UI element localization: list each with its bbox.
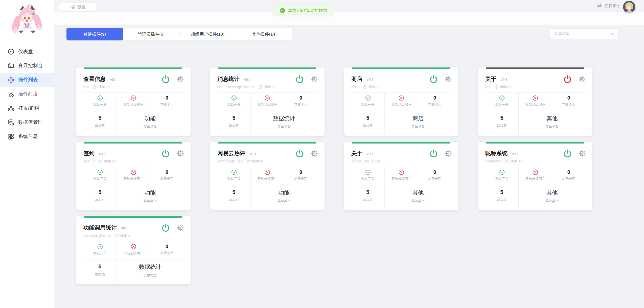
app-root: 仪表盘 真寻控制台 插件列表 插件商店 xyxy=(0,0,644,308)
settings-gear-button[interactable] xyxy=(579,150,586,157)
sidebar-item[interactable]: 好友/群组 xyxy=(0,101,54,115)
port-settings-button[interactable]: 端口设置 xyxy=(59,3,97,12)
check-circle-icon xyxy=(83,244,117,249)
settings-gear-button[interactable] xyxy=(177,150,184,157)
settings-gear-button[interactable] xyxy=(445,150,452,157)
user-avatar[interactable] xyxy=(623,1,635,13)
menu-type-value: 数据统计 xyxy=(251,115,317,122)
group-perm-cell: 5 群权限 xyxy=(217,111,251,135)
sidebar-item[interactable]: 真寻控制台 xyxy=(0,59,54,73)
settings-gear-button[interactable] xyxy=(445,76,452,83)
cost-gold-value: 0 xyxy=(300,95,302,101)
plugin-version: v0.1 xyxy=(121,226,128,230)
plugin-module: shop xyxy=(351,85,360,89)
plugin-version: v0.1 xyxy=(249,152,256,156)
x-circle-icon xyxy=(519,169,552,175)
power-toggle-button[interactable] xyxy=(161,223,170,232)
check-circle-icon xyxy=(485,95,518,101)
x-circle-icon xyxy=(385,169,418,175)
group-perm-value: 5 xyxy=(485,115,518,121)
power-toggle-button[interactable] xyxy=(161,149,170,158)
menu-type-cell: 功能 菜单类型 xyxy=(251,185,317,209)
sidebar: 仪表盘 真寻控制台 插件列表 插件商店 xyxy=(0,0,54,308)
plugin-version: v0.1 xyxy=(99,152,105,156)
default-switch-cell: 默认开关 xyxy=(83,167,117,185)
topbar: 端口设置 拿到了新鲜出炉的数据! ⇌ 切换账号 xyxy=(54,0,644,12)
group-perm-cell: 5 群权限 xyxy=(83,111,117,135)
cost-gold-value: 0 xyxy=(433,95,436,101)
default-switch-cell: 默认开关 xyxy=(83,241,117,259)
cost-gold-cell: 0 花费金币 xyxy=(552,167,585,185)
default-switch-cell: 默认开关 xyxy=(217,167,251,185)
menu-type-select[interactable]: 菜单类型 xyxy=(550,28,619,39)
chevron-down-icon xyxy=(610,32,614,36)
sidebar-item[interactable]: 系统信息 xyxy=(0,129,54,144)
default-switch-cell: 默认开关 xyxy=(485,167,519,185)
check-circle-icon xyxy=(217,169,250,175)
plugin-module: info xyxy=(83,85,89,89)
system-icon xyxy=(8,133,14,140)
tab[interactable]: 超级用户插件(18) xyxy=(179,28,236,40)
tab[interactable]: 管理员插件(6) xyxy=(123,28,180,40)
sidebar-item-label: 插件列表 xyxy=(18,77,38,83)
toast-message: 拿到了新鲜出炉的数据! xyxy=(288,8,327,13)
group-perm-value: 5 xyxy=(83,115,117,121)
power-toggle-button[interactable] xyxy=(295,149,304,158)
power-toggle-button[interactable] xyxy=(429,149,438,158)
plugin-card: 商店 v0.1 shop @HibiKier xyxy=(344,67,458,136)
sidebar-item[interactable]: 仪表盘 xyxy=(0,44,54,59)
settings-gear-button[interactable] xyxy=(579,76,586,83)
plugin-version: v0.1 xyxy=(244,78,250,82)
tab[interactable]: 其他插件(14) xyxy=(236,28,293,40)
plugin-title: 功能调用统计 xyxy=(83,224,117,231)
power-toggle-button[interactable] xyxy=(563,149,572,158)
x-circle-icon xyxy=(251,169,284,175)
power-toggle-button[interactable] xyxy=(295,75,304,84)
plugin-title: 消息统计 xyxy=(217,76,240,82)
group-perm-cell: 5 群权限 xyxy=(83,259,117,284)
switch-account-icon: ⇌ xyxy=(597,3,602,9)
plugin-card: 关于 v0.1 test @HibiKier xyxy=(478,67,592,136)
plugin-title: 关于 xyxy=(485,76,496,82)
settings-gear-button[interactable] xyxy=(311,150,318,157)
plugin-author: @HibiKier xyxy=(363,85,380,89)
menu-type-value: 数据统计 xyxy=(117,263,183,271)
cost-gold-value: 0 xyxy=(567,95,570,101)
menu-type-value: 功能 xyxy=(117,115,183,122)
check-circle-icon xyxy=(83,169,117,175)
switch-account-button[interactable]: 切换账号 xyxy=(605,4,620,8)
group-perm-cell: 5 群权限 xyxy=(351,111,385,135)
limit-superuser-cell: 限制超级用户 xyxy=(251,167,284,185)
menu-type-value: 其他 xyxy=(519,115,585,122)
plugin-module: comments_163 xyxy=(217,159,243,163)
sidebar-item[interactable]: 插件商店 xyxy=(0,87,54,101)
group-perm-value: 5 xyxy=(83,263,117,270)
power-toggle-button[interactable] xyxy=(429,75,438,84)
check-circle-icon xyxy=(217,95,250,101)
success-icon xyxy=(280,8,285,13)
plugin-author: @HibiKier xyxy=(246,159,264,163)
sidebar-item[interactable]: 插件列表 xyxy=(0,73,54,87)
sidebar-item[interactable]: 数据库管理 xyxy=(0,115,54,129)
cost-gold-value: 0 xyxy=(166,169,168,175)
group-perm-value: 5 xyxy=(83,189,117,196)
plugin-module: test xyxy=(485,85,491,89)
power-toggle-button[interactable] xyxy=(161,75,170,84)
plugin-card: 网易云热评 v0.1 comments_163 @HibiKier xyxy=(210,142,325,210)
plugin-title: 查看信息 xyxy=(83,76,106,82)
tab[interactable]: 普通插件(9) xyxy=(66,28,123,40)
power-toggle-button[interactable] xyxy=(563,75,572,84)
settings-gear-button[interactable] xyxy=(311,76,318,83)
tabs-row: 普通插件(9) 管理员插件(6) 超级用户插件(18) 其他插件(14) xyxy=(66,28,619,40)
plugin-module: statistics_handle xyxy=(83,233,111,238)
settings-gear-button[interactable] xyxy=(177,76,184,83)
plugin-module: about xyxy=(351,159,361,163)
x-circle-icon xyxy=(385,95,418,101)
friends-icon xyxy=(8,105,14,112)
settings-gear-button[interactable] xyxy=(177,224,184,231)
plugin-version: v0.1 xyxy=(512,152,518,156)
sidebar-item-label: 仪表盘 xyxy=(18,48,33,55)
plugin-title: 关于 xyxy=(351,150,362,156)
cost-gold-value: 0 xyxy=(166,244,168,249)
plugin-version: v0.1 xyxy=(110,78,117,82)
